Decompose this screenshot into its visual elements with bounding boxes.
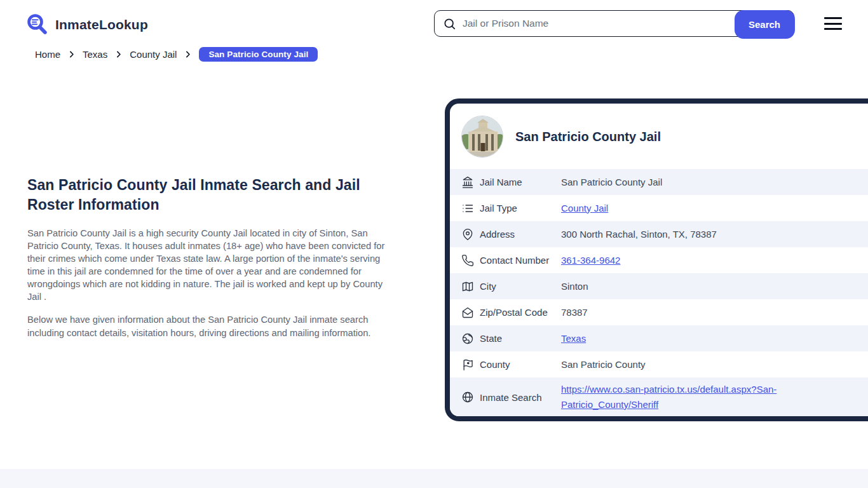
globe-grid-icon — [461, 391, 474, 403]
article: San Patricio County Jail Inmate Search a… — [27, 175, 397, 349]
jail-photo — [461, 116, 503, 158]
breadcrumb-link[interactable]: Texas — [83, 49, 107, 60]
table-row: Address300 North Rachal, Sinton, TX, 783… — [450, 221, 868, 247]
card-title: San Patricio County Jail — [515, 130, 661, 144]
table-row: Jail TypeCounty Jail — [450, 195, 868, 221]
phone-icon — [461, 254, 474, 267]
table-row: Jail NameSan Patricio County Jail — [450, 169, 868, 195]
row-value: Texas — [561, 327, 586, 351]
chevron-right-icon — [114, 50, 123, 58]
card-header: San Patricio County Jail — [450, 104, 868, 169]
row-label: Jail Name — [480, 177, 561, 187]
row-label: City — [480, 281, 561, 292]
row-label: Zip/Postal Code — [480, 307, 561, 318]
chevron-right-icon — [184, 50, 192, 58]
envelope-icon — [461, 306, 474, 319]
map-icon — [461, 280, 474, 293]
row-value: County Jail — [561, 196, 608, 220]
footer-strip — [0, 469, 868, 488]
jail-info-table: Jail NameSan Patricio County JailJail Ty… — [450, 169, 868, 417]
map-pin-icon — [461, 228, 474, 241]
bank-icon — [461, 176, 474, 189]
flag-icon — [461, 358, 474, 371]
row-label: Inmate Search — [480, 392, 561, 403]
table-row: CountySan Patricio County — [450, 351, 868, 377]
row-value-link[interactable]: County Jail — [561, 203, 608, 214]
row-label: County — [480, 359, 561, 370]
row-value-link[interactable]: 361-364-9642 — [561, 255, 620, 266]
search-bar: Search — [434, 10, 794, 37]
row-label: Contact Number — [480, 255, 561, 266]
list-icon — [461, 202, 474, 215]
site-logo[interactable]: InmateLookup — [25, 13, 148, 37]
page-title: San Patricio County Jail Inmate Search a… — [27, 175, 376, 215]
row-value: https://www.co.san-patricio.tx.us/defaul… — [561, 377, 815, 417]
magnifier-logo-icon — [25, 13, 50, 37]
table-row: CitySinton — [450, 273, 868, 299]
row-value: Sinton — [561, 274, 588, 299]
info-paragraph: Below we have given information about th… — [27, 313, 397, 339]
globe-icon — [461, 332, 474, 345]
search-button[interactable]: Search — [735, 10, 795, 39]
chevron-right-icon — [67, 50, 76, 58]
table-row: Contact Number361-364-9642 — [450, 247, 868, 273]
hamburger-menu-icon[interactable] — [824, 17, 842, 30]
breadcrumb-badge: San Patricio County Jail — [199, 47, 318, 62]
table-row: Zip/Postal Code78387 — [450, 299, 868, 325]
row-value: San Patricio County Jail — [561, 170, 662, 194]
table-row: Inmate Searchhttps://www.co.san-patricio… — [450, 377, 868, 417]
row-value: 361-364-9642 — [561, 248, 620, 273]
intro-paragraph: San Patricio County Jail is a high secur… — [27, 227, 397, 304]
row-value: 300 North Rachal, Sinton, TX, 78387 — [561, 222, 717, 247]
row-label: State — [480, 333, 561, 344]
breadcrumb-link[interactable]: County Jail — [130, 49, 177, 60]
row-value-link[interactable]: Texas — [561, 333, 586, 344]
row-label: Address — [480, 229, 561, 240]
row-value: San Patricio County — [561, 353, 646, 377]
jail-info-card: San Patricio County Jail Jail NameSan Pa… — [445, 98, 868, 421]
breadcrumb-link[interactable]: Home — [35, 49, 60, 60]
site-name: InmateLookup — [55, 17, 148, 32]
row-label: Jail Type — [480, 203, 561, 214]
search-icon — [443, 17, 456, 30]
table-row: StateTexas — [450, 325, 868, 351]
row-value-link[interactable]: https://www.co.san-patricio.tx.us/defaul… — [561, 384, 776, 410]
row-value: 78387 — [561, 301, 588, 325]
breadcrumb: HomeTexasCounty JailSan Patricio County … — [35, 47, 318, 62]
